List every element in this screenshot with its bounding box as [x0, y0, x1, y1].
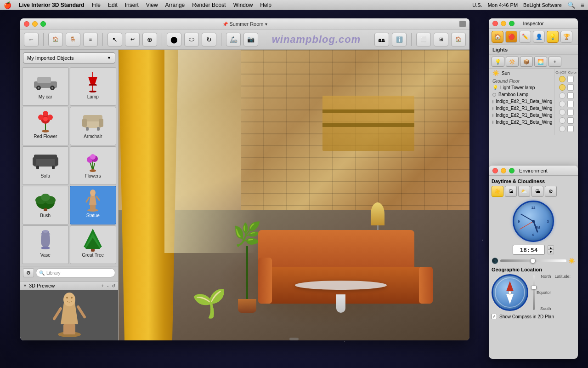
onoff-dot-4[interactable] [559, 117, 565, 124]
color-swatch-2[interactable] [567, 101, 574, 107]
menu-window[interactable]: Window [233, 2, 253, 8]
onoff-dot-5[interactable] [559, 126, 565, 132]
zoom-in-icon[interactable]: + [101, 283, 104, 288]
list-btn[interactable]: ≡ [83, 33, 98, 46]
zoom-reset-icon[interactable]: ↺ [112, 283, 115, 288]
inspector-tab-light[interactable]: 🔴 [505, 31, 517, 43]
object-item-lamp[interactable]: Lamp [70, 67, 117, 106]
window-collapse-btn[interactable] [459, 21, 466, 27]
env-btn-cloudy[interactable]: ⛅ [518, 186, 530, 197]
rotate-btn[interactable]: ↻ [202, 33, 216, 46]
menu-help[interactable]: Help [260, 2, 271, 8]
ellipse-btn[interactable]: ⬭ [184, 33, 199, 46]
3d-house-btn[interactable]: 🏘 [374, 33, 389, 46]
menu-edit[interactable]: Edit [108, 2, 118, 8]
light-btn-sun[interactable]: 🌅 [534, 57, 547, 67]
object-item-armchair[interactable]: Armchair [70, 107, 117, 145]
inspector-tab-house[interactable]: 🏠 [492, 31, 503, 43]
zoom-button[interactable] [40, 21, 46, 27]
color-swatch-5[interactable] [567, 126, 574, 132]
object-item-statue[interactable]: Statue [70, 186, 117, 224]
object-item-vase[interactable]: Vase [22, 225, 69, 264]
light-item-2[interactable]: Indigo_Ed2_R1_Beta_Wing [489, 98, 554, 105]
light-btn-bulb[interactable]: 💡 [492, 57, 504, 67]
preview-header[interactable]: ▼ 3D Preview + - ↺ [20, 282, 118, 290]
light-btn-box[interactable]: 📦 [520, 57, 533, 67]
light-item-4[interactable]: Indigo_Ed2_R1_Beta_Wing [489, 112, 554, 119]
color-swatch-4[interactable] [567, 117, 574, 124]
inspector-tab-edit[interactable]: ✏️ [519, 31, 531, 43]
time-input-field[interactable] [513, 245, 545, 255]
env-min-btn[interactable] [501, 168, 506, 173]
circle-btn[interactable]: ⬤ [167, 33, 181, 46]
view-btn3[interactable]: 🏠 [451, 33, 466, 46]
object-item-red-flower[interactable]: Red Flower [22, 107, 69, 145]
menu-view[interactable]: View [146, 2, 158, 8]
menubar-list-icon[interactable]: ≡ [581, 1, 584, 9]
time-step-up[interactable]: ▲ [548, 245, 554, 250]
onoff-dot-2[interactable] [559, 101, 565, 107]
light-item-5[interactable]: Indigo_Ed2_R1_Beta_Wing [489, 119, 554, 126]
light-item-0[interactable]: 💡 Light Tower lamp [489, 84, 554, 91]
onoff-dot-3[interactable] [559, 109, 565, 115]
menu-render[interactable]: Render Boost [192, 2, 226, 8]
light-btn-add[interactable]: + [548, 57, 561, 67]
back-btn[interactable]: ← [24, 33, 39, 46]
menu-insert[interactable]: Insert [125, 2, 139, 8]
lat-slider-track[interactable] [533, 275, 535, 310]
redo-btn[interactable]: ⊕ [142, 33, 157, 46]
zoom-out-icon[interactable]: - [107, 283, 108, 288]
light-btn-spot[interactable]: 🔆 [506, 57, 519, 67]
camera-btn[interactable]: 📷 [243, 33, 258, 46]
inspector-close-btn[interactable] [492, 21, 498, 26]
inspector-tab-bulb[interactable]: 💡 [547, 31, 559, 43]
env-btn-partly-cloudy[interactable]: 🌤 [505, 186, 517, 197]
onoff-dot-0[interactable] [559, 84, 565, 91]
object-item-flowers[interactable]: Flowers [70, 146, 117, 185]
view-btn2[interactable]: ⊞ [434, 33, 448, 46]
view-btn1[interactable]: ⬜ [416, 33, 431, 46]
menubar-search-icon[interactable]: 🔍 [567, 1, 575, 9]
close-button[interactable] [24, 21, 29, 27]
inspector-zoom-btn[interactable] [509, 21, 514, 26]
floor-plan-btn[interactable]: 🏠 [48, 33, 63, 46]
apple-menu[interactable]: 🍎 [4, 1, 11, 9]
time-step-down[interactable]: ▼ [548, 250, 554, 254]
light-item-1[interactable]: Bamboo Lamp [489, 91, 554, 98]
color-swatch-1[interactable] [567, 92, 574, 99]
object-item-great-tree[interactable]: Great Tree [70, 225, 117, 264]
sun-light-item[interactable]: ☀️ Sun [489, 69, 554, 77]
cursor-btn[interactable]: ↖ [107, 33, 122, 46]
undo-btn[interactable]: ↩ [125, 33, 140, 46]
color-swatch-0[interactable] [567, 84, 574, 91]
scroll-handle[interactable] [289, 338, 299, 340]
color-swatch-sun[interactable] [567, 76, 574, 82]
env-btn-settings[interactable]: ⚙ [545, 186, 557, 197]
menu-file[interactable]: File [92, 2, 101, 8]
minimize-button[interactable] [32, 21, 38, 27]
render-btn[interactable]: ℹ️ [392, 33, 407, 46]
inspector-tab-trophy[interactable]: 🏆 [560, 31, 572, 43]
object-item-bush[interactable]: Bush [22, 186, 69, 224]
inspector-min-btn[interactable] [501, 21, 506, 26]
env-close-btn[interactable] [492, 168, 498, 173]
search-input[interactable]: 🔍 Library [36, 268, 115, 277]
object-item-sofa[interactable]: Sofa [22, 146, 69, 185]
inspector-tab-person[interactable]: 👤 [533, 31, 545, 43]
env-btn-overcast[interactable]: 🌥 [531, 186, 543, 197]
menu-arrange[interactable]: Arrange [165, 2, 185, 8]
onoff-dot-1[interactable] [559, 92, 565, 99]
brightness-slider[interactable] [500, 259, 566, 262]
light-item-3[interactable]: Indigo_Ed2_R1_Beta_Wing [489, 105, 554, 112]
app-name[interactable]: Live Interior 3D Standard [19, 2, 85, 8]
settings-tool-btn[interactable]: ⚙ [23, 268, 34, 277]
env-zoom-btn[interactable] [509, 168, 514, 173]
person-btn[interactable]: 🦾 [226, 33, 241, 46]
env-btn-sunny[interactable]: ☀️ [492, 186, 503, 197]
object-item-my-car[interactable]: My car [22, 67, 69, 106]
objects-dropdown[interactable]: My Imported Objects ▼ [23, 52, 115, 63]
onoff-dot-sun[interactable] [559, 76, 565, 82]
show-compass-checkbox[interactable]: ✓ [492, 314, 497, 319]
lat-slider-thumb[interactable] [531, 286, 537, 289]
brightness-thumb[interactable] [530, 258, 536, 264]
